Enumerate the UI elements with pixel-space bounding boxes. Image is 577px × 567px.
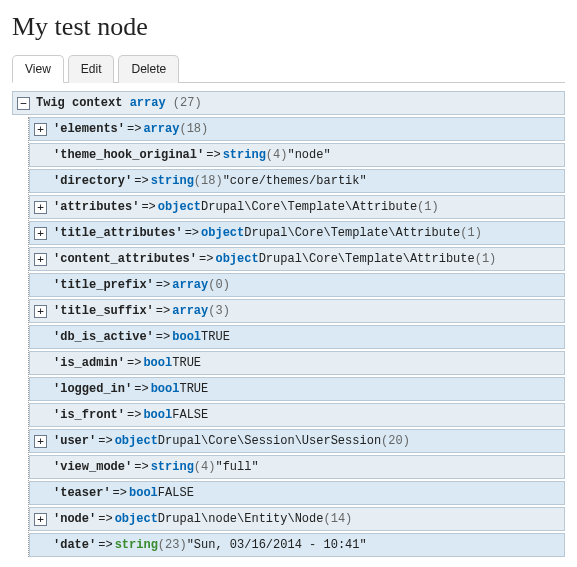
arrow: => bbox=[204, 148, 222, 162]
value-label: FALSE bbox=[172, 408, 208, 422]
arrow: => bbox=[96, 434, 114, 448]
expand-icon[interactable]: + bbox=[34, 123, 47, 136]
var-key: 'title_attributes' bbox=[53, 226, 183, 240]
type-label: object bbox=[158, 200, 201, 214]
var-row: +'title_suffix' => array (3) bbox=[29, 299, 565, 323]
arrow: => bbox=[132, 382, 150, 396]
class-label: Drupal\node\Entity\Node bbox=[158, 512, 324, 526]
arrow: => bbox=[139, 200, 157, 214]
type-label: string bbox=[151, 460, 194, 474]
count-label: (20) bbox=[381, 434, 410, 448]
arrow: => bbox=[125, 356, 143, 370]
var-row: 'theme_hook_original' => string (4) "nod… bbox=[29, 143, 565, 167]
type-label: bool bbox=[129, 486, 158, 500]
var-key: 'title_suffix' bbox=[53, 304, 154, 318]
var-row: 'view_mode' => string (4) "full" bbox=[29, 455, 565, 479]
value-label: TRUE bbox=[201, 330, 230, 344]
page-title: My test node bbox=[12, 12, 565, 42]
value-label: "full" bbox=[215, 460, 258, 474]
dump-tree: − Twig context array (27) +'elements' =>… bbox=[12, 91, 565, 557]
arrow: => bbox=[111, 486, 129, 500]
type-label: bool bbox=[172, 330, 201, 344]
var-key: 'view_mode' bbox=[53, 460, 132, 474]
arrow: => bbox=[132, 174, 150, 188]
type-label: bool bbox=[143, 408, 172, 422]
var-key: 'elements' bbox=[53, 122, 125, 136]
var-row: 'logged_in' => bool TRUE bbox=[29, 377, 565, 401]
var-row: 'is_front' => bool FALSE bbox=[29, 403, 565, 427]
count-label: (3) bbox=[208, 304, 230, 318]
var-row: +'node' => object Drupal\node\Entity\Nod… bbox=[29, 507, 565, 531]
count-label: (18) bbox=[194, 174, 223, 188]
tabs: View Edit Delete bbox=[12, 54, 565, 83]
var-key: 'date' bbox=[53, 538, 96, 552]
value-label: FALSE bbox=[158, 486, 194, 500]
arrow: => bbox=[125, 122, 143, 136]
type-label: string bbox=[223, 148, 266, 162]
expand-icon[interactable]: + bbox=[34, 201, 47, 214]
class-label: Drupal\Core\Template\Attribute bbox=[259, 252, 475, 266]
type-label: string bbox=[151, 174, 194, 188]
var-key: 'title_prefix' bbox=[53, 278, 154, 292]
count-label: (4) bbox=[194, 460, 216, 474]
var-row: +'content_attributes' => object Drupal\C… bbox=[29, 247, 565, 271]
root-row: − Twig context array (27) bbox=[12, 91, 565, 115]
count-label: (1) bbox=[460, 226, 482, 240]
value-label: "node" bbox=[287, 148, 330, 162]
type-label: bool bbox=[143, 356, 172, 370]
expand-icon[interactable]: + bbox=[34, 435, 47, 448]
var-row: 'db_is_active' => bool TRUE bbox=[29, 325, 565, 349]
var-key: 'is_front' bbox=[53, 408, 125, 422]
var-row: +'title_attributes' => object Drupal\Cor… bbox=[29, 221, 565, 245]
var-row: 'date' => string (23) "Sun, 03/16/2014 -… bbox=[29, 533, 565, 557]
var-key: 'node' bbox=[53, 512, 96, 526]
var-row: +'attributes' => object Drupal\Core\Temp… bbox=[29, 195, 565, 219]
arrow: => bbox=[96, 512, 114, 526]
expand-spacer bbox=[34, 279, 47, 292]
var-key: 'logged_in' bbox=[53, 382, 132, 396]
expand-spacer bbox=[34, 487, 47, 500]
count-label: (1) bbox=[417, 200, 439, 214]
rows-container: +'elements' => array (18)'theme_hook_ori… bbox=[28, 117, 565, 557]
collapse-icon[interactable]: − bbox=[17, 97, 30, 110]
type-label: array bbox=[172, 304, 208, 318]
expand-icon[interactable]: + bbox=[34, 253, 47, 266]
expand-spacer bbox=[34, 331, 47, 344]
type-label: array bbox=[143, 122, 179, 136]
arrow: => bbox=[132, 460, 150, 474]
var-key: 'directory' bbox=[53, 174, 132, 188]
arrow: => bbox=[125, 408, 143, 422]
count-label: (18) bbox=[179, 122, 208, 136]
tab-delete[interactable]: Delete bbox=[118, 55, 179, 83]
root-label: Twig context bbox=[36, 96, 122, 110]
expand-icon[interactable]: + bbox=[34, 227, 47, 240]
var-row: 'teaser' => bool FALSE bbox=[29, 481, 565, 505]
var-row: 'directory' => string (18) "core/themes/… bbox=[29, 169, 565, 193]
value-label: "core/themes/bartik" bbox=[223, 174, 367, 188]
count-label: (0) bbox=[208, 278, 230, 292]
var-row: 'is_admin' => bool TRUE bbox=[29, 351, 565, 375]
value-label: TRUE bbox=[172, 356, 201, 370]
count-label: (4) bbox=[266, 148, 288, 162]
type-label: array bbox=[172, 278, 208, 292]
expand-icon[interactable]: + bbox=[34, 513, 47, 526]
tab-view[interactable]: View bbox=[12, 55, 64, 83]
expand-spacer bbox=[34, 461, 47, 474]
type-label: object bbox=[215, 252, 258, 266]
var-key: 'content_attributes' bbox=[53, 252, 197, 266]
class-label: Drupal\Core\Template\Attribute bbox=[201, 200, 417, 214]
tab-edit[interactable]: Edit bbox=[68, 55, 115, 83]
expand-spacer bbox=[34, 409, 47, 422]
class-label: Drupal\Core\Template\Attribute bbox=[244, 226, 460, 240]
arrow: => bbox=[96, 538, 114, 552]
var-key: 'attributes' bbox=[53, 200, 139, 214]
expand-spacer bbox=[34, 175, 47, 188]
var-row: 'title_prefix' => array (0) bbox=[29, 273, 565, 297]
arrow: => bbox=[197, 252, 215, 266]
value-label: TRUE bbox=[179, 382, 208, 396]
arrow: => bbox=[183, 226, 201, 240]
expand-icon[interactable]: + bbox=[34, 305, 47, 318]
var-row: +'elements' => array (18) bbox=[29, 117, 565, 141]
expand-spacer bbox=[34, 539, 47, 552]
arrow: => bbox=[154, 278, 172, 292]
